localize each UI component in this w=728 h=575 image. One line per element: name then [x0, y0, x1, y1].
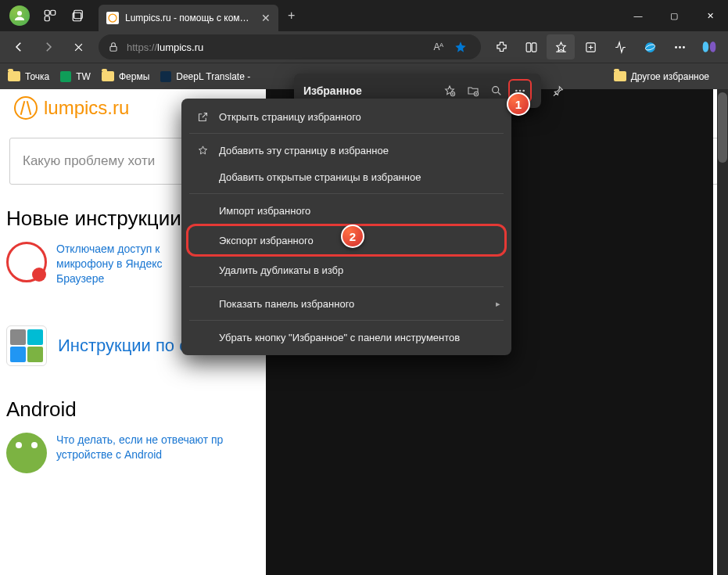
menu-separator [189, 193, 504, 194]
split-screen-button[interactable] [517, 34, 545, 59]
svg-rect-2 [51, 10, 56, 15]
svg-point-21 [519, 90, 522, 92]
site-logo-text[interactable]: lumpics.ru [44, 97, 129, 119]
pin-favorites-button[interactable] [547, 80, 569, 102]
svg-point-13 [675, 46, 677, 49]
menu-import-favorites[interactable]: Импорт избранного [181, 197, 511, 224]
tab-close-button[interactable]: ✕ [261, 12, 271, 24]
menu-add-this-page[interactable]: Добавить эту страницу в избранное [181, 137, 511, 164]
svg-point-14 [679, 46, 681, 49]
bookmark-item[interactable]: Фермы [102, 71, 149, 82]
bookmark-label: Точка [25, 71, 49, 82]
menu-label: Открыть страницу избранного [219, 111, 361, 123]
menu-label: Добавить открытые страницы в избранное [219, 171, 421, 183]
more-menu-button[interactable] [665, 34, 694, 59]
other-bookmarks[interactable]: Другое избранное [614, 71, 709, 82]
address-bar[interactable]: https://lumpics.ru Aᴬ [99, 34, 481, 59]
svg-point-0 [17, 11, 22, 16]
svg-rect-8 [526, 42, 531, 51]
menu-label: Добавить эту страницу в избранное [219, 145, 389, 156]
new-tab-button[interactable]: + [288, 9, 295, 23]
callout-badge-2: 2 [341, 225, 364, 248]
site-logo-icon [14, 96, 38, 120]
android-icon [6, 433, 47, 473]
yandex-browser-icon [6, 242, 47, 282]
bookmark-label: DeepL Translate - [176, 71, 250, 82]
bookmark-label: Фермы [119, 71, 149, 82]
favorite-star-icon[interactable] [450, 41, 472, 53]
star-add-icon [194, 145, 211, 156]
folder-icon [614, 71, 626, 81]
menu-open-favorites-page[interactable]: Открыть страницу избранного [181, 103, 511, 130]
menu-separator [189, 320, 504, 321]
window-titlebar: Lumpics.ru - помощь с компьюте ✕ + — ▢ ✕ [0, 0, 728, 31]
menu-label: Показать панель избранного [219, 298, 354, 310]
sheets-icon [60, 71, 71, 82]
close-window-button[interactable]: ✕ [692, 0, 728, 31]
maximize-button[interactable]: ▢ [656, 0, 692, 31]
svg-point-20 [515, 90, 518, 92]
menu-separator [189, 133, 504, 134]
lock-icon[interactable] [108, 41, 119, 52]
svg-rect-1 [45, 10, 49, 15]
menu-remove-duplicates[interactable]: Удалить дубликаты в избр [181, 257, 511, 283]
stop-reload-button[interactable] [64, 34, 92, 59]
read-aloud-button[interactable]: Aᴬ [428, 41, 450, 52]
bookmark-item[interactable]: DeepL Translate - [160, 71, 250, 82]
browser-toolbar: https://lumpics.ru Aᴬ [0, 31, 728, 63]
menu-remove-favorites-button[interactable]: Убрать кнопку "Избранное" с панели инстр… [181, 324, 511, 350]
bookmark-label: Другое избранное [631, 71, 709, 82]
workspaces-icon[interactable] [42, 8, 58, 23]
menu-label: Импорт избранного [219, 205, 310, 217]
copilot-button[interactable] [695, 34, 723, 59]
favorites-button[interactable] [547, 34, 575, 59]
bookmark-item[interactable]: TW [60, 71, 91, 82]
scrollbar-thumb[interactable] [718, 92, 727, 163]
article-card[interactable]: Отключаем доступ к микрофону в Яндекс Бр… [6, 242, 170, 286]
collections-button[interactable] [576, 34, 604, 59]
svg-rect-3 [45, 16, 49, 21]
svg-point-19 [493, 87, 499, 93]
performance-button[interactable] [606, 34, 634, 59]
folder-icon [8, 71, 20, 81]
back-button[interactable] [5, 34, 33, 59]
minimize-button[interactable]: — [620, 0, 656, 31]
deepl-icon [160, 71, 171, 82]
browser-tab[interactable]: Lumpics.ru - помощь с компьюте ✕ [99, 5, 278, 31]
menu-label: Экспорт избранного [219, 235, 314, 246]
folder-icon [102, 71, 114, 81]
svg-rect-7 [110, 46, 117, 51]
bookmark-item[interactable]: Точка [8, 71, 49, 82]
menu-separator [189, 286, 504, 287]
svg-point-22 [522, 90, 525, 92]
svg-rect-9 [532, 42, 536, 51]
ie-mode-button[interactable] [636, 34, 664, 59]
profile-avatar[interactable] [9, 5, 30, 26]
page-scrollbar[interactable] [717, 89, 728, 575]
external-link-icon [194, 111, 211, 123]
extensions-button[interactable] [487, 34, 515, 59]
url-text: https://lumpics.ru [127, 41, 428, 53]
article-link[interactable]: Что делать, если не отвечают прустройств… [56, 433, 223, 462]
svg-point-11 [645, 42, 655, 52]
menu-add-open-pages[interactable]: Добавить открытые страницы в избранное [181, 164, 511, 190]
menu-label: Удалить дубликаты в избр [219, 264, 343, 276]
article-link[interactable]: Отключаем доступ к микрофону в Яндекс Бр… [56, 242, 170, 286]
menu-show-favorites-bar[interactable]: Показать панель избранного [181, 290, 511, 317]
favorites-title: Избранное [303, 84, 438, 97]
menu-label: Убрать кнопку "Избранное" с панели инстр… [219, 332, 460, 343]
forward-button[interactable] [34, 34, 63, 59]
svg-point-6 [109, 14, 117, 22]
os-icons-grid [6, 325, 47, 366]
tab-favicon-icon [106, 12, 119, 24]
callout-badge-1: 1 [507, 92, 530, 116]
tab-title: Lumpics.ru - помощь с компьюте [125, 13, 253, 23]
svg-point-15 [683, 46, 685, 49]
tab-actions-icon[interactable] [70, 8, 86, 23]
bookmark-label: TW [76, 71, 91, 82]
